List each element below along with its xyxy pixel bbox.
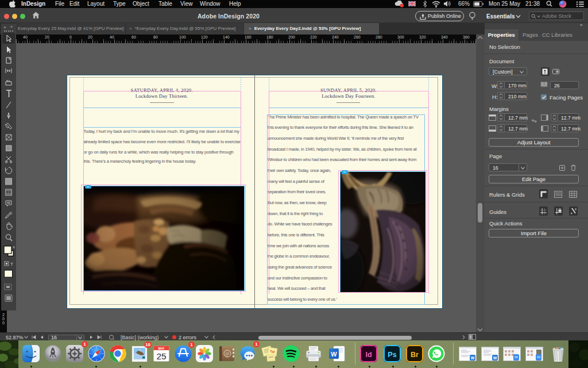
svg-text:W: W bbox=[470, 356, 474, 360]
svg-text:25: 25 bbox=[156, 351, 166, 361]
svg-text:@: @ bbox=[225, 351, 229, 356]
svg-text:Ps: Ps bbox=[388, 351, 396, 359]
svg-text:Typ: Typ bbox=[270, 349, 275, 353]
svg-text:T: T bbox=[10, 262, 13, 267]
svg-text:W: W bbox=[331, 351, 337, 358]
svg-text:Br: Br bbox=[411, 351, 419, 359]
svg-text:MAY: MAY bbox=[158, 347, 165, 350]
svg-text:Id: Id bbox=[365, 351, 372, 359]
svg-text:W: W bbox=[493, 356, 497, 360]
